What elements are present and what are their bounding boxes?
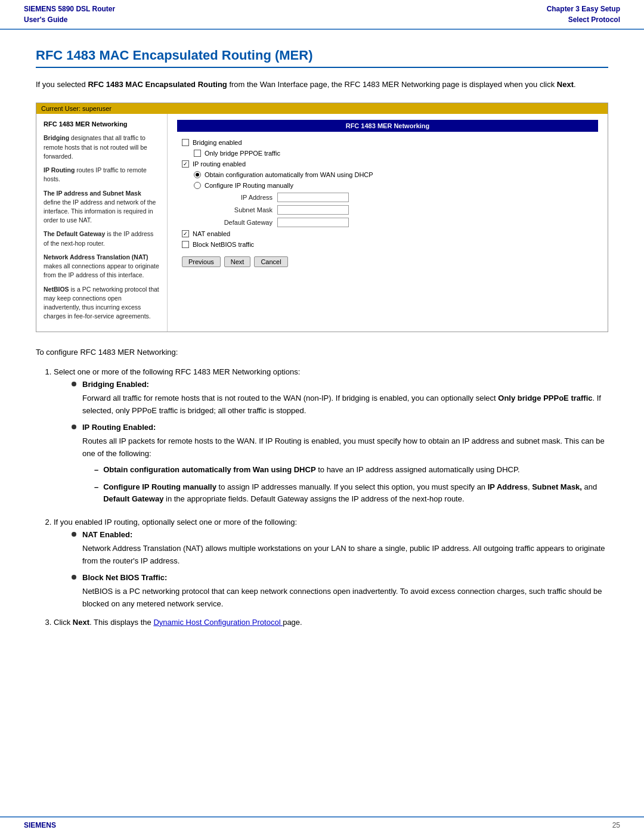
checkbox-ip-routing[interactable]: ✓ IP routing enabled xyxy=(182,160,598,168)
checkbox-only-bridge-icon xyxy=(194,150,201,157)
left-para-3: The IP address and Subnet Mask define th… xyxy=(44,189,160,225)
checkbox-bridging-icon xyxy=(182,139,189,146)
left-para-2: IP Routing routes IP traffic to remote h… xyxy=(44,166,160,184)
bullet-ip-routing: IP Routing Enabled: Routes all IP packet… xyxy=(72,422,608,510)
radio-manual[interactable]: Configure IP Routing manually xyxy=(194,182,598,189)
dash-manual-text: Configure IP Routing manually to assign … xyxy=(103,481,608,506)
bullet-nat: NAT Enabled: Network Address Translation… xyxy=(72,529,608,567)
radio-manual-icon xyxy=(194,182,201,189)
step-2-bullets: NAT Enabled: Network Address Translation… xyxy=(72,529,608,611)
bullet-netbios: Block Net BIOS Traffic: NetBIOS is a PC … xyxy=(72,572,608,610)
intro-bold2: Next xyxy=(557,80,574,89)
bullet-content-ip-routing: IP Routing Enabled: Routes all IP packet… xyxy=(82,422,608,510)
step-1-bullets: Bridging Enabled: Forward all traffic fo… xyxy=(72,379,608,510)
bullet-content-netbios: Block Net BIOS Traffic: NetBIOS is a PC … xyxy=(82,572,608,610)
screenshot-current-user: Current User: superuser xyxy=(36,103,608,114)
checkbox-only-bridge-label: Only bridge PPPOE traffic xyxy=(205,150,280,157)
screenshot-box: Current User: superuser RFC 1483 MER Net… xyxy=(36,103,608,333)
field-default-gateway-input[interactable] xyxy=(277,218,349,227)
field-ip-address: IP Address xyxy=(213,193,598,202)
header-right: Chapter 3 Easy Setup Select Protocol xyxy=(547,4,620,25)
header-left: SIEMENS 5890 DSL Router User's Guide xyxy=(24,4,115,25)
dash-sym-2: – xyxy=(94,481,98,494)
radio-manual-label: Configure IP Routing manually xyxy=(205,182,293,189)
next-button[interactable]: Next xyxy=(224,256,251,267)
page-footer: SIEMENS 25 xyxy=(0,816,644,833)
left-para-5: Network Address Translation (NAT) makes … xyxy=(44,253,160,280)
header-chapter: Chapter 3 Easy Setup xyxy=(547,4,620,14)
screenshot-buttons: Previous Next Cancel xyxy=(182,256,598,267)
previous-button[interactable]: Previous xyxy=(182,256,221,267)
checkbox-ip-routing-icon: ✓ xyxy=(182,160,189,168)
field-subnet-mask: Subnet Mask xyxy=(213,205,598,215)
bold-only-bridge: Only bridge PPPoE traffic xyxy=(498,394,592,402)
step-3-text: Click Next. This displays the Dynamic Ho… xyxy=(54,618,302,627)
field-subnet-mask-input[interactable] xyxy=(277,205,349,215)
configure-intro: To configure RFC 1483 MER Networking: xyxy=(36,346,608,359)
step-1: Select one or more of the following RFC … xyxy=(54,366,608,510)
checkbox-block-netbios-label: Block NetBIOS traffic xyxy=(193,241,254,248)
bullet-bridging-body: Forward all traffic for remote hosts tha… xyxy=(82,392,608,417)
dhcp-link[interactable]: Dynamic Host Configuration Protocol xyxy=(153,618,283,627)
bullet-netbios-body: NetBIOS is a PC networking protocol that… xyxy=(82,586,608,611)
checkbox-nat-label: NAT enabled xyxy=(193,230,230,237)
page-header: SIEMENS 5890 DSL Router User's Guide Cha… xyxy=(0,0,644,30)
bullet-nat-label: NAT Enabled: xyxy=(82,530,132,539)
radio-auto-dhcp-label: Obtain configuration automatically from … xyxy=(205,171,373,178)
screenshot-left-panel: RFC 1483 MER Networking Bridging designa… xyxy=(36,114,168,332)
screenshot-content: RFC 1483 MER Networking Bridging designa… xyxy=(36,114,608,332)
step-3: Click Next. This displays the Dynamic Ho… xyxy=(54,617,608,629)
checkbox-block-netbios[interactable]: Block NetBIOS traffic xyxy=(182,241,598,248)
bullet-bridging-label: Bridging Enabled: xyxy=(82,380,149,389)
header-guide: User's Guide xyxy=(24,14,115,25)
bullet-dot-bridging xyxy=(72,382,76,386)
field-default-gateway: Default Gateway xyxy=(213,218,598,227)
checkbox-bridging[interactable]: Bridging enabled xyxy=(182,139,598,146)
dash-list: – Obtain configuration automatically fro… xyxy=(94,464,608,506)
header-product: SIEMENS 5890 DSL Router xyxy=(24,4,115,14)
header-section: Select Protocol xyxy=(547,14,620,25)
footer-brand: SIEMENS xyxy=(24,821,56,829)
bullet-dot-netbios xyxy=(72,575,76,580)
left-para-4: The Default Gateway is the IP address of… xyxy=(44,230,160,247)
dash-dhcp-text: Obtain configuration automatically from … xyxy=(103,464,519,476)
field-ip-address-label: IP Address xyxy=(213,194,273,201)
bullet-ip-routing-label: IP Routing Enabled: xyxy=(82,423,156,432)
step-1-text: Select one or more of the following RFC … xyxy=(54,367,300,376)
bullet-nat-body: Network Address Translation (NAT) allows… xyxy=(82,543,608,568)
bullet-dot-ip-routing xyxy=(72,425,76,429)
field-default-gateway-label: Default Gateway xyxy=(213,219,273,226)
dash-item-dhcp: – Obtain configuration automatically fro… xyxy=(94,464,608,476)
main-content: RFC 1483 MAC Encapsulated Routing (MER) … xyxy=(0,30,644,672)
bullet-dot-nat xyxy=(72,532,76,537)
screenshot-left-title: RFC 1483 MER Networking xyxy=(44,120,160,129)
dash-item-manual: – Configure IP Routing manually to assig… xyxy=(94,481,608,506)
dash-sym-1: – xyxy=(94,464,98,476)
left-para-6: NetBIOS is a PC networking protocol that… xyxy=(44,285,160,321)
left-para-1: Bridging designates that all traffic to … xyxy=(44,134,160,161)
bullet-ip-routing-body: Routes all IP packets for remote hosts t… xyxy=(82,435,608,460)
checkbox-bridging-label: Bridging enabled xyxy=(193,139,242,146)
numbered-list: Select one or more of the following RFC … xyxy=(54,366,608,628)
bullet-content-bridging: Bridging Enabled: Forward all traffic fo… xyxy=(82,379,608,417)
field-subnet-mask-label: Subnet Mask xyxy=(213,206,273,213)
intro-paragraph: If you selected RFC 1483 MAC Encapsulate… xyxy=(36,79,608,91)
step-2: If you enabled IP routing, optionally se… xyxy=(54,516,608,611)
radio-auto-dhcp[interactable]: Obtain configuration automatically from … xyxy=(194,171,598,178)
cancel-button[interactable]: Cancel xyxy=(254,256,287,267)
checkbox-nat[interactable]: ✓ NAT enabled xyxy=(182,230,598,237)
page-title: RFC 1483 MAC Encapsulated Routing (MER) xyxy=(36,48,608,68)
checkbox-nat-icon: ✓ xyxy=(182,230,189,237)
screenshot-right-title: RFC 1483 MER Networking xyxy=(177,120,598,132)
screenshot-right-panel: RFC 1483 MER Networking Bridging enabled… xyxy=(168,114,608,332)
bullet-netbios-label: Block Net BIOS Traffic: xyxy=(82,573,167,582)
field-ip-address-input[interactable] xyxy=(277,193,349,202)
checkbox-block-netbios-icon xyxy=(182,241,189,248)
step-2-text: If you enabled IP routing, optionally se… xyxy=(54,518,297,527)
radio-auto-dhcp-icon xyxy=(194,171,201,178)
checkbox-ip-routing-label: IP routing enabled xyxy=(193,160,246,168)
checkbox-only-bridge[interactable]: Only bridge PPPOE traffic xyxy=(194,150,598,157)
footer-page-number: 25 xyxy=(612,821,620,829)
bullet-bridging: Bridging Enabled: Forward all traffic fo… xyxy=(72,379,608,417)
bullet-content-nat: NAT Enabled: Network Address Translation… xyxy=(82,529,608,567)
